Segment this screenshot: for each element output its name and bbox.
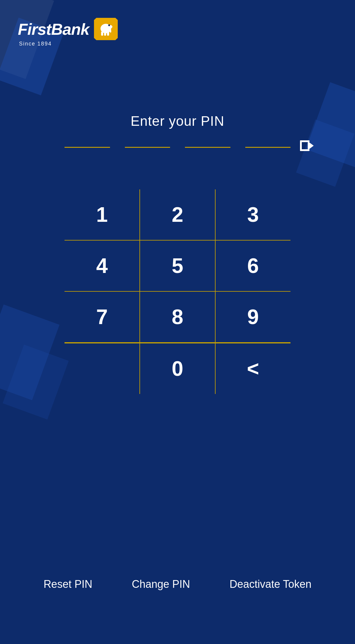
svg-rect-4 — [107, 32, 109, 36]
logo-text: FirstBank — [18, 20, 89, 38]
key-2[interactable]: 2 — [140, 189, 216, 240]
svg-rect-8 — [300, 149, 310, 151]
numpad: 1 2 3 4 5 6 7 8 9 0 < — [65, 189, 290, 394]
reset-pin-button[interactable]: Reset PIN — [40, 572, 95, 596]
pin-dot-2 — [125, 147, 170, 148]
pin-input-row — [65, 147, 290, 148]
key-6[interactable]: 6 — [216, 241, 290, 291]
pin-dot-3 — [185, 147, 230, 148]
numpad-row-1: 1 2 3 — [65, 189, 290, 241]
key-7[interactable]: 7 — [65, 292, 140, 342]
login-icon[interactable] — [299, 138, 314, 157]
header: FirstBank — [18, 18, 118, 47]
svg-rect-7 — [300, 140, 310, 142]
pin-dot-1 — [65, 147, 110, 148]
logo-subtitle: Since 1894 — [18, 41, 118, 47]
pin-dot-4 — [245, 147, 291, 148]
key-0[interactable]: 0 — [140, 343, 216, 394]
pin-title: Enter your PIN — [131, 113, 224, 129]
svg-rect-3 — [104, 32, 106, 36]
key-9[interactable]: 9 — [216, 292, 290, 342]
numpad-row-4: 0 < — [65, 343, 290, 394]
bottom-actions: Reset PIN Change PIN Deactivate Token — [0, 572, 355, 596]
logo: FirstBank — [18, 18, 118, 47]
deactivate-token-button[interactable]: Deactivate Token — [227, 572, 315, 596]
numpad-row-3: 7 8 9 — [65, 292, 290, 343]
key-1[interactable]: 1 — [65, 189, 140, 240]
elephant-icon — [97, 20, 115, 38]
svg-marker-10 — [309, 142, 314, 149]
key-3[interactable]: 3 — [216, 189, 290, 240]
key-empty — [65, 343, 140, 394]
svg-point-5 — [108, 24, 110, 26]
main-content: Enter your PIN 1 2 3 4 5 — [0, 113, 355, 394]
key-5[interactable]: 5 — [140, 241, 216, 291]
svg-rect-2 — [101, 32, 103, 36]
logo-elephant-box — [94, 18, 118, 40]
logo-text-block: FirstBank — [18, 18, 118, 47]
key-4[interactable]: 4 — [65, 241, 140, 291]
change-pin-button[interactable]: Change PIN — [129, 572, 193, 596]
key-8[interactable]: 8 — [140, 292, 216, 342]
key-backspace[interactable]: < — [216, 343, 290, 394]
numpad-row-2: 4 5 6 — [65, 241, 290, 292]
